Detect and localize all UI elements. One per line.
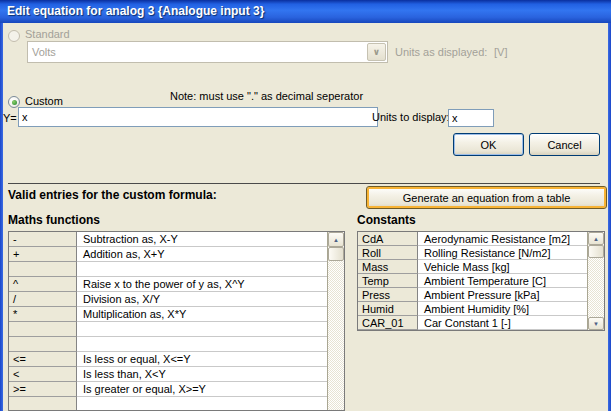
symbol-cell: < (9, 367, 77, 382)
description-cell: Raise x to the power of y as, X^Y (77, 277, 327, 292)
table-row[interactable]: TempAmbient Temperature [C] (358, 274, 587, 288)
formula-input[interactable] (18, 107, 378, 127)
table-row[interactable]: <=Is less or equal, X<=Y (9, 352, 327, 367)
window-border-left (0, 23, 3, 411)
units-to-display-label: Units to display: (372, 111, 450, 123)
constants-title: Constants (357, 213, 416, 227)
symbol-cell (9, 397, 77, 410)
edit-equation-dialog: Edit equation for analog 3 {Analogue inp… (0, 0, 611, 411)
symbol-cell (9, 337, 77, 352)
description-cell: Division as, X/Y (77, 292, 327, 307)
description-cell (77, 262, 327, 277)
table-row[interactable]: PressAmbient Pressure [kPa] (358, 288, 587, 302)
constant-name-cell: CdA (358, 232, 418, 246)
table-row[interactable]: >=Is greater or equal, X>=Y (9, 382, 327, 397)
description-cell: Rolling Resistance [N/m2] (418, 246, 587, 260)
scroll-down-icon[interactable]: ▼ (588, 317, 604, 330)
scrollbar-thumb[interactable] (328, 247, 344, 261)
ok-button[interactable]: OK (453, 133, 524, 156)
constant-name-cell: CAR_01 (358, 316, 418, 330)
symbol-cell: >= (9, 382, 77, 397)
valid-entries-heading: Valid entries for the custom formula: (8, 188, 217, 202)
units-as-displayed-value: [V] (494, 46, 507, 58)
description-cell: Addition as, X+Y (77, 247, 327, 262)
description-cell (77, 397, 327, 410)
title-bar: Edit equation for analog 3 {Analogue inp… (0, 0, 611, 23)
maths-functions-title: Maths functions (8, 213, 100, 227)
table-row[interactable]: +Addition as, X+Y (9, 247, 327, 262)
standard-radio (8, 30, 20, 42)
maths-scrollbar[interactable]: ▲ (327, 232, 344, 410)
units-as-displayed-label: Units as displayed: (395, 46, 487, 58)
description-cell: Ambient Humidity [%] (418, 302, 587, 316)
custom-radio-label: Custom (25, 95, 63, 107)
maths-functions-rows: -Subtraction as, X-Y +Addition as, X+Y ^… (9, 232, 327, 410)
table-row[interactable]: -Subtraction as, X-Y (9, 232, 327, 247)
chevron-down-icon: ∨ (367, 43, 386, 61)
standard-units-dropdown: Volts ∨ (27, 41, 388, 63)
section-divider (8, 183, 600, 184)
constants-rows: CdAAerodynamic Resistance [m2] RollRolli… (358, 232, 587, 330)
y-equals-label: Y= (3, 112, 17, 124)
description-cell: Ambient Pressure [kPa] (418, 288, 587, 302)
table-row[interactable]: *Multiplication as, X*Y (9, 307, 327, 322)
table-row[interactable] (9, 397, 327, 410)
symbol-cell: - (9, 232, 77, 247)
window-title: Edit equation for analog 3 {Analogue inp… (7, 4, 264, 18)
symbol-cell: ^ (9, 277, 77, 292)
description-cell: Car Constant 1 [-] (418, 316, 587, 330)
constants-table: CdAAerodynamic Resistance [m2] RollRolli… (357, 231, 605, 331)
table-row[interactable]: MassVehicle Mass [kg] (358, 260, 587, 274)
symbol-cell: * (9, 307, 77, 322)
symbol-cell: <= (9, 352, 77, 367)
table-row[interactable]: RollRolling Resistance [N/m2] (358, 246, 587, 260)
decimal-separator-note: Note: must use "." as decimal seperator (170, 90, 363, 102)
description-cell: Ambient Temperature [C] (418, 274, 587, 288)
description-cell (77, 337, 327, 352)
constants-scrollbar[interactable]: ▲ ▼ (587, 232, 604, 330)
constant-name-cell: Press (358, 288, 418, 302)
radio-selected-dot (12, 100, 17, 105)
symbol-cell (9, 262, 77, 277)
cancel-button[interactable]: Cancel (529, 133, 600, 156)
constant-name-cell: Humid (358, 302, 418, 316)
description-cell: Multiplication as, X*Y (77, 307, 327, 322)
standard-radio-label: Standard (25, 28, 70, 40)
table-row[interactable]: /Division as, X/Y (9, 292, 327, 307)
constant-name-cell: Roll (358, 246, 418, 260)
table-row[interactable] (9, 337, 327, 352)
description-cell: Is greater or equal, X>=Y (77, 382, 327, 397)
symbol-cell: + (9, 247, 77, 262)
table-row[interactable]: CAR_01Car Constant 1 [-] (358, 316, 587, 330)
constant-name-cell: Mass (358, 260, 418, 274)
table-row[interactable] (9, 262, 327, 277)
description-cell: Is less or equal, X<=Y (77, 352, 327, 367)
description-cell: Subtraction as, X-Y (77, 232, 327, 247)
symbol-cell (9, 322, 77, 337)
scroll-up-icon[interactable]: ▲ (328, 232, 344, 247)
description-cell: Is less than, X<Y (77, 367, 327, 382)
units-to-display-input[interactable] (448, 109, 494, 127)
table-row[interactable]: ^Raise x to the power of y as, X^Y (9, 277, 327, 292)
symbol-cell: / (9, 292, 77, 307)
description-cell: Vehicle Mass [kg] (418, 260, 587, 274)
table-row[interactable]: <Is less than, X<Y (9, 367, 327, 382)
constant-name-cell: Temp (358, 274, 418, 288)
maths-functions-table: -Subtraction as, X-Y +Addition as, X+Y ^… (8, 231, 345, 411)
table-row[interactable] (9, 322, 327, 337)
description-cell: Aerodynamic Resistance [m2] (418, 232, 587, 246)
table-row[interactable]: CdAAerodynamic Resistance [m2] (358, 232, 587, 246)
table-row[interactable]: HumidAmbient Humidity [%] (358, 302, 587, 316)
dropdown-selected-value: Volts (32, 46, 56, 58)
scroll-up-icon[interactable]: ▲ (588, 232, 604, 245)
description-cell (77, 322, 327, 337)
generate-equation-button[interactable]: Generate an equation from a table (366, 186, 607, 209)
scrollbar-thumb[interactable] (588, 245, 604, 258)
